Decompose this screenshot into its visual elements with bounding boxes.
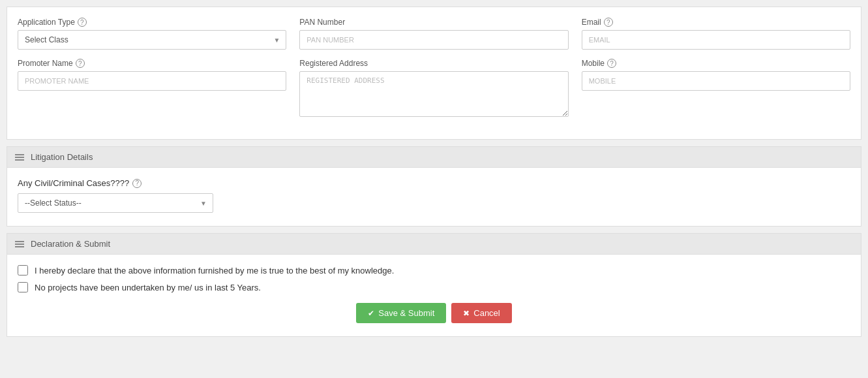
application-type-label: Application Type ? <box>18 18 286 27</box>
litigation-section: Litigation Details Any Civil/Criminal Ca… <box>7 146 861 227</box>
application-type-group: Application Type ? Select Class <box>18 18 286 50</box>
declaration-header-icon[interactable] <box>15 241 24 247</box>
promoter-name-input[interactable] <box>18 71 286 91</box>
registered-address-group: Registered Address <box>299 59 568 117</box>
declaration-checkbox-label-2: No projects have been undertaken by me/ … <box>35 283 261 292</box>
litigation-section-body: Any Civil/Criminal Cases???? ? --Select … <box>7 168 861 226</box>
status-select-wrapper: --Select Status-- <box>18 193 213 213</box>
declaration-section-title: Declaration & Submit <box>31 239 110 249</box>
declaration-checkbox-1[interactable] <box>18 265 28 276</box>
save-submit-button[interactable]: ✔ Save & Submit <box>356 303 446 323</box>
email-label: Email ? <box>582 18 850 27</box>
application-type-select-wrapper: Select Class <box>18 30 286 50</box>
application-type-help-icon[interactable]: ? <box>78 18 87 27</box>
declaration-checkbox-2[interactable] <box>18 282 28 292</box>
litigation-question: Any Civil/Criminal Cases???? ? <box>18 178 850 188</box>
declaration-body: I hereby declare that the above informat… <box>7 255 861 336</box>
litigation-header-icon[interactable] <box>15 154 24 161</box>
cancel-button[interactable]: ✖ Cancel <box>451 303 511 323</box>
declaration-section: Declaration & Submit I hereby declare th… <box>7 233 861 337</box>
registered-address-textarea[interactable] <box>299 71 568 117</box>
application-type-section: Application Type ? Select Class PAN Numb… <box>7 7 861 140</box>
save-icon: ✔ <box>368 309 374 318</box>
pan-number-input[interactable] <box>299 30 568 50</box>
mobile-label: Mobile ? <box>582 59 850 68</box>
form-row-1: Application Type ? Select Class PAN Numb… <box>18 18 850 50</box>
litigation-section-title: Litigation Details <box>31 152 93 162</box>
registered-address-label: Registered Address <box>299 59 568 68</box>
mobile-group: Mobile ? <box>582 59 850 117</box>
email-input[interactable] <box>582 30 850 50</box>
declaration-checkbox-row-1: I hereby declare that the above informat… <box>18 265 850 276</box>
promoter-name-help-icon[interactable]: ? <box>76 59 85 68</box>
save-button-label: Save & Submit <box>378 308 434 318</box>
email-group: Email ? <box>582 18 850 50</box>
pan-number-label: PAN Number <box>299 18 568 27</box>
litigation-section-header: Litigation Details <box>7 147 861 168</box>
application-type-body: Application Type ? Select Class PAN Numb… <box>7 7 861 139</box>
promoter-name-group: Promoter Name ? <box>18 59 286 117</box>
mobile-help-icon[interactable]: ? <box>607 59 616 68</box>
promoter-name-label: Promoter Name ? <box>18 59 286 68</box>
button-row: ✔ Save & Submit ✖ Cancel <box>18 303 850 323</box>
mobile-input[interactable] <box>582 71 850 91</box>
cancel-icon: ✖ <box>463 309 470 318</box>
application-type-select[interactable]: Select Class <box>18 30 286 50</box>
cancel-button-label: Cancel <box>473 308 500 318</box>
declaration-checkbox-label-1: I hereby declare that the above informat… <box>35 266 394 276</box>
email-help-icon[interactable]: ? <box>604 18 613 27</box>
page-wrapper: Application Type ? Select Class PAN Numb… <box>0 0 868 350</box>
litigation-help-icon[interactable]: ? <box>132 179 142 188</box>
status-select[interactable]: --Select Status-- <box>18 193 213 213</box>
declaration-section-header: Declaration & Submit <box>7 234 861 255</box>
form-row-2: Promoter Name ? Registered Address Mobil… <box>18 59 850 117</box>
declaration-checkbox-row-2: No projects have been undertaken by me/ … <box>18 282 850 292</box>
pan-number-group: PAN Number <box>299 18 568 50</box>
